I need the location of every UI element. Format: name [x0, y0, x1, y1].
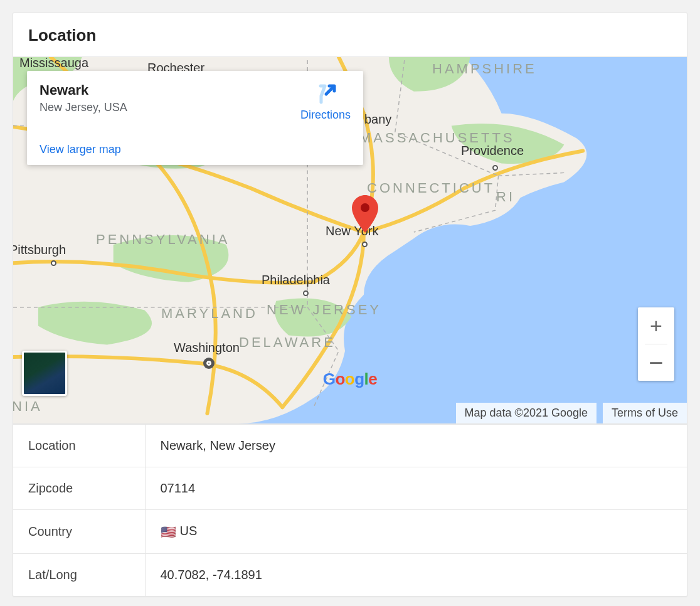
detail-key: Country — [13, 510, 145, 554]
details-table: Location Newark, New Jersey Zipcode 0711… — [13, 424, 687, 596]
detail-value: 40.7082, -74.1891 — [145, 554, 687, 597]
zoom-out-button[interactable]: − — [638, 344, 674, 381]
table-row: Location Newark, New Jersey — [13, 425, 687, 467]
directions-button[interactable]: Directions — [300, 82, 351, 122]
table-row: Country 🇺🇸US — [13, 510, 687, 554]
detail-value: 🇺🇸US — [145, 510, 687, 554]
detail-value: Newark, New Jersey — [145, 425, 687, 467]
detail-key: Lat/Long — [13, 554, 145, 597]
info-place: Newark — [40, 82, 127, 98]
info-region: New Jersey, USA — [40, 101, 127, 114]
zoom-in-button[interactable]: + — [638, 307, 674, 344]
detail-key: Zipcode — [13, 467, 145, 510]
map-info-card: Newark New Jersey, USA Directions View l… — [27, 71, 363, 165]
logo-letter: G — [323, 369, 336, 388]
logo-letter: o — [345, 369, 354, 388]
card-header: Location — [13, 13, 687, 56]
map-attribution: Map data ©2021 Google — [456, 403, 597, 423]
location-card: Location — [13, 13, 687, 597]
table-row: Lat/Long 40.7082, -74.1891 — [13, 554, 687, 597]
directions-label: Directions — [300, 109, 351, 122]
view-larger-map-link[interactable]: View larger map — [40, 143, 351, 156]
directions-icon — [314, 82, 337, 105]
terms-link[interactable]: Terms of Use — [603, 403, 687, 423]
map-canvas[interactable]: HAMPSHIRE MASSACHUSETTS CONNECTICUT RI P… — [13, 56, 687, 424]
map-attribution-bar: Map data ©2021 Google Terms of Use — [456, 403, 687, 423]
logo-letter: g — [354, 369, 364, 388]
detail-key: Location — [13, 425, 145, 467]
zoom-controls: + − — [638, 307, 674, 381]
logo-letter: e — [368, 369, 377, 388]
satellite-toggle[interactable] — [22, 351, 67, 396]
detail-value: 07114 — [145, 467, 687, 510]
flag-icon: 🇺🇸 — [161, 525, 176, 539]
country-code: US — [180, 524, 198, 538]
card-title: Location — [28, 26, 672, 45]
logo-letter: o — [335, 369, 344, 388]
table-row: Zipcode 07114 — [13, 467, 687, 510]
google-logo: Google — [323, 369, 378, 389]
logo-letter: l — [364, 369, 369, 388]
